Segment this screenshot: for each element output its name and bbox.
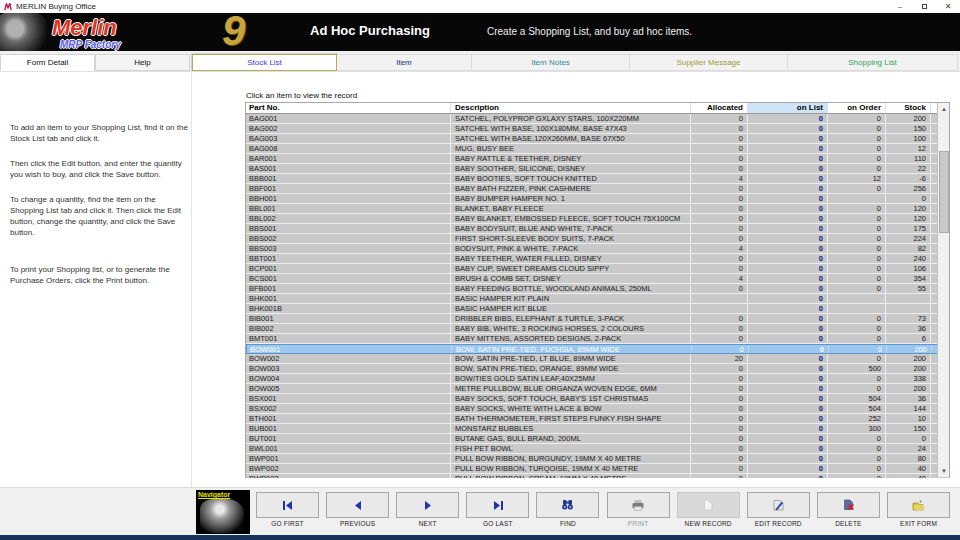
scroll-up-icon[interactable]: ▲ [938,103,950,115]
table-row[interactable]: BAS001BABY SOOTHER, SILICONE, DISNEY0002… [246,164,949,174]
column-header-description[interactable]: Description [451,103,691,113]
instruction-paragraph: To change a quantity, find the item on t… [10,194,190,238]
table-row[interactable]: BHK001BBASIC HAMPER KIT BLUE0 [246,304,949,314]
close-button[interactable]: ✕ [936,0,960,13]
table-row[interactable]: BBL002BABY BLANKET, EMBOSSED FLEECE, SOF… [246,214,949,224]
minimize-button[interactable]: – [888,0,912,13]
table-scrollbar[interactable]: ▲ ▼ [937,103,949,477]
table-row[interactable]: BWP002PULL BOW RIBBON, TURQOISE, 19MM X … [246,464,949,474]
table-row[interactable]: BBB001BABY BOOTIES, SOFT TOUCH KNITTED40… [246,174,949,184]
cell-stock: 80 [886,454,931,463]
column-header-stock[interactable]: Stock [886,103,931,113]
cell-allocated [691,294,748,303]
edit-record-button[interactable]: EDIT RECORD [747,492,810,532]
stock-table-body: BAG001SATCHEL, POLYPROP GXLAXY STARS, 10… [246,114,949,478]
cell-on-list: 0 [748,374,828,383]
cell-on-list: 0 [748,414,828,423]
new-record-button[interactable]: NEW RECORD [677,492,740,532]
cell-on-order: 0 [828,124,886,133]
previous-button[interactable]: PREVIOUS [326,492,389,532]
tab-supplier-message[interactable]: Supplier Message [630,54,788,71]
column-header-on-list[interactable]: on List [748,103,828,113]
delete-button[interactable]: DELETE [817,492,880,532]
cell-part-no: BWL001 [246,444,451,453]
table-row[interactable]: BCP001BABY CUP, SWEET DREAMS CLOUD SIPPY… [246,264,949,274]
cell-on-order: 0 [828,154,886,163]
table-row[interactable]: BAG003SATCHEL WITH BASE,120X260MM, BASE … [246,134,949,144]
column-header-on-order[interactable]: on Order [828,103,886,113]
go-last-button[interactable]: GO LAST [466,492,529,532]
cell-on-order: 0 [828,384,886,393]
table-row[interactable]: BFB001BABY FEEDING BOTTLE, WOODLAND ANIM… [246,284,949,294]
table-row[interactable]: BAG001SATCHEL, POLYPROP GXLAXY STARS, 10… [246,114,949,124]
next-button[interactable]: NEXT [396,492,459,532]
table-row[interactable]: BOW001BOW, SATIN PRE-TIED, FUCHSIA, 89MM… [246,344,949,354]
find-button[interactable]: FIND [536,492,599,532]
column-header-allocated[interactable]: Allocated [691,103,748,113]
cell-part-no: BIB002 [246,324,451,333]
go-first-button[interactable]: GO FIRST [256,492,319,532]
table-row[interactable]: BUB001MONSTARZ BUBBLES00300150 [246,424,949,434]
tab-form-detail[interactable]: Form Detail [0,54,95,71]
table-row[interactable]: BTH001BATH THERMOMETER, FIRST STEPS FUNK… [246,414,949,424]
table-row[interactable]: BUT001BUTANE GAS, BULL BRAND, 200ML0000 [246,434,949,444]
cell-allocated: 0 [691,464,748,473]
table-row[interactable]: BAR001BABY RATTLE & TEETHER, DISNEY00011… [246,154,949,164]
tab-help[interactable]: Help [95,54,190,71]
exit-form-button[interactable]: EXIT FORM [887,492,950,532]
table-row[interactable]: BSX002BABY SOCKS, WHITE WITH LACE & BOW0… [246,404,949,414]
maximize-button[interactable] [912,0,936,13]
cell-on-order: 0 [828,114,886,123]
cell-on-order: 0 [828,324,886,333]
table-row[interactable]: BCS001BRUSH & COMB SET, DISNEY400354 [246,274,949,284]
scrollbar-thumb[interactable] [939,151,949,233]
cell-allocated: 0 [691,134,748,143]
table-row[interactable]: BHK001BASIC HAMPER KIT PLAIN0 [246,294,949,304]
table-row[interactable]: BOW003BOW, SATIN PRE-TIED, ORANGE, 89MM … [246,364,949,374]
table-row[interactable]: BBS002FIRST SHORT-SLEEVE BODY SUITS, 7-P… [246,234,949,244]
table-row[interactable]: BBL001BLANKET, BABY FLEECE000120 [246,204,949,214]
cell-stock: 338 [886,374,931,383]
cell-description: BABY BOOTIES, SOFT TOUCH KNITTED [451,174,691,183]
scroll-down-icon[interactable]: ▼ [938,465,950,477]
cell-stock: 175 [886,224,931,233]
maximize-icon [922,4,927,9]
table-row[interactable]: BBH001BABY BUMPER HAMPER NO. 1000 [246,194,949,204]
table-row[interactable]: BBT001BABY TEETHER, WATER FILLED, DISNEY… [246,254,949,264]
table-row[interactable]: BBS001BABY BODYSUIT, BLUE AND WHITE, 7-P… [246,224,949,234]
tab-item-notes[interactable]: Item Notes [472,54,630,71]
table-row[interactable]: BIB002BABY BIB, WHITE, 3 ROCKING HORSES,… [246,324,949,334]
table-row[interactable]: BWL001FISH PET BOWL00024 [246,444,949,454]
column-header-part-no[interactable]: Part No. [246,103,451,113]
cell-description: SATCHEL, POLYPROP GXLAXY STARS, 100X220M… [451,114,691,123]
table-row[interactable]: BIB001DRIBBLER BIBS, ELEPHANT & TURTLE, … [246,314,949,324]
table-row[interactable]: BAG002SATCHEL WITH BASE, 100X180MM, BASE… [246,124,949,134]
tab-item[interactable]: Item [337,54,472,71]
merlin-wizard-image [0,13,50,51]
table-row[interactable]: BSX001BABY SOCKS, SOFT TOUCH, BABY'S 1ST… [246,394,949,404]
cell-description: MONSTARZ BUBBLES [451,424,691,433]
cell-description: BOW, SATIN PRE-TIED, FUCHSIA, 89MM WIDE [452,345,692,353]
cell-stock: 256 [886,184,931,193]
page-title: Ad Hoc Purchasing [310,23,430,38]
cell-stock: 240 [886,254,931,263]
tab-shopping-list[interactable]: Shopping List [788,54,958,71]
table-row[interactable]: BWP003PULL BOW RIBBON, CREAM, 19MM X 40 … [246,474,949,478]
cell-on-order: 0 [828,244,886,253]
table-row[interactable]: BOW005METRE PULLBOW, BLUE ORGANZA WOVEN … [246,384,949,394]
cell-part-no: BTH001 [246,414,451,423]
table-row[interactable]: BWP001PULL BOW RIBBON, BURGUNDY, 19MM X … [246,454,949,464]
cell-part-no: BOW005 [246,384,451,393]
cell-on-list: 0 [748,164,828,173]
table-row[interactable]: BBF001BABY BATH FIZZER, PINK CASHMERE000… [246,184,949,194]
cell-description: BABY SOOTHER, SILICONE, DISNEY [451,164,691,173]
table-row[interactable]: BMT001BABY MITTENS, ASSORTED DESIGNS, 2-… [246,334,949,344]
cell-on-list: 0 [748,364,828,373]
table-row[interactable]: BOW004BOW/TIES GOLD SATIN LEAF,40X25MM00… [246,374,949,384]
print-button[interactable]: PRINT [607,492,670,532]
table-row[interactable]: BOW002BOW, SATIN PRE-TIED, LT BLUE, 89MM… [246,354,949,364]
table-row[interactable]: BAG008MUG, BUSY BEE00012 [246,144,949,154]
tab-stock-list[interactable]: Stock List [192,54,337,71]
cell-part-no: BBH001 [246,194,451,203]
table-row[interactable]: BBS003BODYSUIT, PINK & WHITE, 7-PACK4008… [246,244,949,254]
